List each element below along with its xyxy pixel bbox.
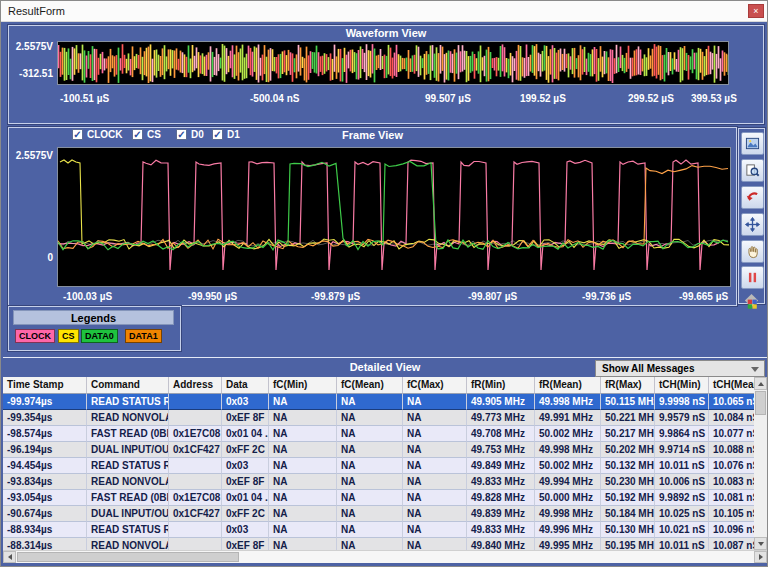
scroll-down-icon[interactable]	[754, 537, 767, 550]
scroll-right-icon[interactable]	[754, 551, 767, 563]
scroll-left-icon[interactable]	[3, 551, 16, 563]
cell: READ STATUS R...	[87, 394, 169, 410]
checkbox-clock[interactable]: ✓	[72, 129, 83, 140]
x-tick-label: -100.51 µS	[60, 93, 109, 104]
column-header[interactable]: fC(Mean)	[337, 377, 403, 394]
cell: -98.574µs	[3, 426, 87, 442]
x-tick-label: 99.507 µS	[425, 93, 471, 104]
table-row[interactable]: -93.834µsREAD NONVOLA...0xEF 8FNANANA49.…	[3, 474, 754, 490]
cell: READ STATUS R...	[87, 522, 169, 538]
checkbox-d0[interactable]: ✓	[176, 129, 187, 140]
column-header[interactable]: fR(Max)	[601, 377, 655, 394]
cell: NA	[337, 410, 403, 426]
frame-ymax-label: 2.5575V	[9, 150, 53, 161]
legend-item-data1: DATA1	[125, 329, 162, 343]
horizontal-scroll-thumb[interactable]	[17, 552, 239, 562]
cell: 49.839 MHz	[467, 506, 535, 522]
cell: 10.021 nS	[655, 522, 709, 538]
cell: NA	[269, 426, 337, 442]
checkbox-d1[interactable]: ✓	[212, 129, 223, 140]
column-header[interactable]: tCH(Mean)	[709, 377, 754, 394]
undo-icon[interactable]	[741, 186, 764, 209]
column-header[interactable]: Data	[222, 377, 269, 394]
column-header[interactable]: Address	[169, 377, 222, 394]
pan-hand-icon[interactable]	[741, 240, 764, 263]
cell: 0x01 04 ...	[222, 490, 269, 506]
cell: 49.905 MHz	[467, 394, 535, 410]
x-tick-label: -99.807 µS	[468, 291, 517, 302]
zoom-fit-icon[interactable]	[741, 132, 764, 155]
table-row[interactable]: -93.054µsFAST READ (0Bh)0x1E7C080x01 04 …	[3, 490, 754, 506]
detailed-view-bar: Detailed View Show All Messages	[3, 357, 767, 378]
x-tick-label: -99.950 µS	[188, 291, 237, 302]
scroll-up-icon[interactable]	[754, 377, 767, 390]
table-row[interactable]: -99.354µsREAD NONVOLA...0xEF 8FNANANA49.…	[3, 410, 754, 426]
zoom-window-icon[interactable]	[741, 159, 764, 182]
palette-icon[interactable]	[741, 291, 762, 312]
column-header[interactable]: tCH(Min)	[655, 377, 709, 394]
cell: FAST READ (0Bh)	[87, 490, 169, 506]
cell: NA	[337, 426, 403, 442]
table-row[interactable]: -98.574µsFAST READ (0Bh)0x1E7C080x01 04 …	[3, 426, 754, 442]
column-header[interactable]: fR(Mean)	[535, 377, 601, 394]
x-tick-label: -99.736 µS	[582, 291, 631, 302]
cell: NA	[403, 442, 467, 458]
cell: -93.834µs	[3, 474, 87, 490]
cell: 50.221 MHz	[601, 410, 655, 426]
waveform-plot[interactable]	[57, 41, 729, 85]
move-icon[interactable]	[741, 213, 764, 236]
cell: 49.833 MHz	[467, 474, 535, 490]
channel-toggle-d1: ✓D1	[212, 129, 240, 140]
cell: -99.974µs	[3, 394, 87, 410]
cell: READ NONVOLA...	[87, 474, 169, 490]
cell: NA	[269, 394, 337, 410]
column-header[interactable]: Command	[87, 377, 169, 394]
cell: 49.994 MHz	[535, 474, 601, 490]
vertical-scrollbar[interactable]	[754, 377, 767, 550]
cell: 9.9892 nS	[655, 490, 709, 506]
cell: 49.708 MHz	[467, 426, 535, 442]
cell: 50.000 MHz	[535, 490, 601, 506]
cell: READ NONVOLA...	[87, 410, 169, 426]
column-header[interactable]: fC(Min)	[269, 377, 337, 394]
table-row[interactable]: -96.194µsDUAL INPUT/OU...0x1CF4270xFF 2C…	[3, 442, 754, 458]
vertical-scroll-thumb[interactable]	[755, 391, 766, 415]
waveform-ymax-label: 2.5575V	[9, 41, 53, 52]
cell: NA	[403, 426, 467, 442]
cell: 0x03	[222, 458, 269, 474]
frame-plot[interactable]	[57, 147, 731, 287]
cell: 10.011 nS	[655, 538, 709, 550]
column-header[interactable]: fR(Min)	[467, 377, 535, 394]
cell: 49.849 MHz	[467, 458, 535, 474]
table-row[interactable]: -90.674µsDUAL INPUT/OU...0x1CF4270xFF 2C…	[3, 506, 754, 522]
checkbox-cs[interactable]: ✓	[132, 129, 143, 140]
result-form-window: ResultForm × Waveform View 2.5575V -312.…	[0, 0, 768, 567]
x-tick-label: 399.53 µS	[691, 93, 737, 104]
message-filter-dropdown[interactable]: Show All Messages	[595, 360, 765, 377]
pause-icon[interactable]	[741, 266, 764, 289]
detailed-view-table: Time StampCommandAddressDatafC(Min)fC(Me…	[3, 377, 767, 563]
plot-toolbar	[738, 128, 765, 304]
cell: 10.083 nS	[709, 474, 754, 490]
table-row[interactable]: -88.934µsREAD STATUS R...0x03NANANA49.83…	[3, 522, 754, 538]
cell: 0x03	[222, 522, 269, 538]
cell: 0x1CF427	[169, 442, 222, 458]
close-icon[interactable]: ×	[748, 4, 764, 18]
cell: 9.9579 nS	[655, 410, 709, 426]
cell: 0xFF 2C ...	[222, 506, 269, 522]
cell: 10.081 nS	[709, 490, 754, 506]
table-row[interactable]: -99.974µsREAD STATUS R...0x03NANANA49.90…	[3, 394, 754, 410]
legend-item-data0: DATA0	[81, 329, 118, 343]
table-row[interactable]: -88.314µsREAD NONVOLA...0xEF 8FNANANA49.…	[3, 538, 754, 550]
cell: 10.087 nS	[709, 538, 754, 550]
column-header[interactable]: fC(Max)	[403, 377, 467, 394]
column-header[interactable]: Time Stamp	[3, 377, 87, 394]
table-row[interactable]: -94.454µsREAD STATUS R...0x03NANANA49.84…	[3, 458, 754, 474]
cell: DUAL INPUT/OU...	[87, 442, 169, 458]
horizontal-scrollbar[interactable]	[3, 550, 767, 563]
cell	[169, 474, 222, 490]
x-tick-label: 199.52 µS	[520, 93, 566, 104]
channel-toggle-d0: ✓D0	[176, 129, 204, 140]
x-tick-label: 299.52 µS	[628, 93, 674, 104]
waveform-view-panel: Waveform View 2.5575V -312.51 -100.51 µS…	[8, 25, 764, 124]
